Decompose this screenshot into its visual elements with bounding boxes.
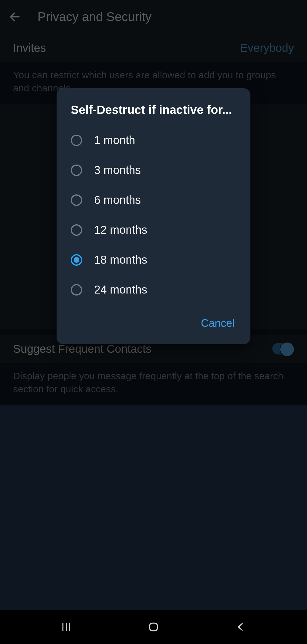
header-bar: Privacy and Security <box>0 0 307 34</box>
radio-icon <box>71 194 82 206</box>
dialog-title: Self-Destruct if inactive for... <box>57 103 250 125</box>
svg-rect-4 <box>150 623 157 631</box>
back-icon[interactable] <box>232 618 249 635</box>
option-label: 12 months <box>94 223 147 236</box>
back-arrow-icon[interactable] <box>9 11 21 23</box>
radio-icon <box>71 254 82 266</box>
radio-icon <box>71 135 82 146</box>
option-label: 1 month <box>94 134 135 147</box>
home-icon[interactable] <box>145 618 162 635</box>
radio-icon <box>71 284 82 296</box>
dialog-actions: Cancel <box>57 305 250 337</box>
option-18-months[interactable]: 18 months <box>57 245 250 275</box>
recents-icon[interactable] <box>58 618 75 635</box>
dialog-options: 1 month 3 months 6 months 12 months 18 m… <box>57 125 250 305</box>
cancel-button[interactable]: Cancel <box>196 314 239 333</box>
suggest-contacts-label: Suggest Frequent Contacts <box>13 342 152 355</box>
option-label: 18 months <box>94 253 147 266</box>
option-24-months[interactable]: 24 months <box>57 275 250 305</box>
option-1-month[interactable]: 1 month <box>57 125 250 155</box>
option-label: 3 months <box>94 164 141 177</box>
option-label: 6 months <box>94 194 141 206</box>
radio-icon <box>71 165 82 176</box>
self-destruct-dialog: Self-Destruct if inactive for... 1 month… <box>57 88 250 344</box>
setting-invites[interactable]: Invites Everybody <box>0 34 307 62</box>
option-12-months[interactable]: 12 months <box>57 215 250 245</box>
page-title: Privacy and Security <box>38 10 152 24</box>
system-navbar <box>0 610 307 644</box>
option-3-months[interactable]: 3 months <box>57 155 250 185</box>
invites-label: Invites <box>13 42 46 54</box>
invites-value: Everybody <box>240 42 294 54</box>
radio-icon <box>71 224 82 236</box>
suggest-contacts-toggle[interactable] <box>272 343 294 354</box>
option-label: 24 months <box>94 283 147 296</box>
option-6-months[interactable]: 6 months <box>57 185 250 215</box>
suggest-contacts-description: Display people you message frequently at… <box>0 363 307 405</box>
